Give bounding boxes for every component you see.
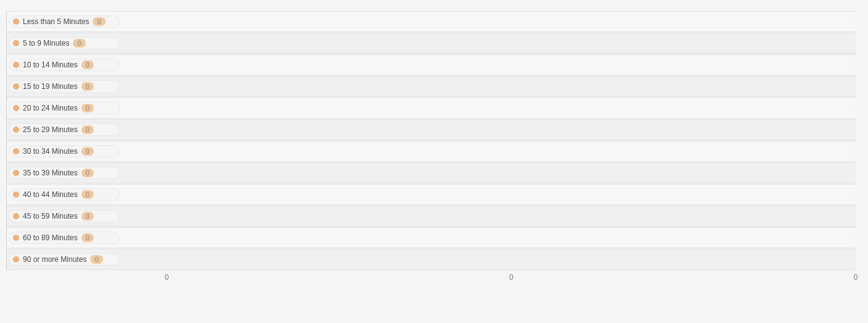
bar-value-badge: 0: [93, 17, 105, 26]
bar-label: 20 to 24 Minutes: [23, 104, 78, 112]
bar-label: 10 to 14 Minutes: [23, 61, 78, 69]
bar-value-badge: 0: [81, 82, 94, 91]
bar-label-pill: 35 to 39 Minutes0: [9, 167, 120, 179]
bar-track: [120, 120, 856, 140]
pill-dot: [13, 62, 19, 68]
bar-value-badge: 0: [81, 233, 94, 242]
bar-label-pill: 60 to 89 Minutes0: [9, 232, 120, 244]
pill-dot: [13, 105, 19, 111]
bar-label-pill: 5 to 9 Minutes0: [9, 37, 120, 49]
bar-track: [120, 33, 856, 53]
chart-container: Less than 5 Minutes05 to 9 Minutes010 to…: [0, 0, 868, 323]
bar-row: 25 to 29 Minutes0: [6, 119, 856, 140]
pill-dot: [13, 170, 19, 176]
pill-dot: [13, 213, 19, 219]
bar-track: [120, 98, 856, 118]
bar-label: 45 to 59 Minutes: [23, 212, 78, 220]
bar-value-badge: 0: [81, 61, 94, 69]
bar-track: [120, 250, 856, 269]
bar-track: [120, 185, 856, 204]
bar-track: [120, 228, 856, 248]
pill-dot: [13, 83, 19, 90]
bar-row: 5 to 9 Minutes0: [6, 33, 856, 54]
pill-dot: [13, 40, 19, 46]
pill-dot: [13, 235, 19, 241]
bar-value-badge: 0: [81, 104, 94, 112]
bar-row: 10 to 14 Minutes0: [6, 54, 856, 75]
bar-label-pill: 10 to 14 Minutes0: [9, 59, 120, 71]
x-tick: 0: [854, 273, 858, 282]
bar-label: 90 or more Minutes: [23, 255, 86, 264]
bar-row: 90 or more Minutes0: [6, 249, 856, 270]
bar-label: 25 to 29 Minutes: [23, 125, 78, 134]
bar-row: Less than 5 Minutes0: [6, 11, 856, 32]
x-tick: 0: [165, 273, 169, 282]
bar-label-pill: 15 to 19 Minutes0: [9, 80, 120, 93]
bar-label: 5 to 9 Minutes: [23, 39, 69, 48]
bar-value-badge: 0: [73, 39, 85, 48]
bar-value-badge: 0: [90, 255, 102, 264]
bar-track: [120, 12, 856, 31]
bar-row: 15 to 19 Minutes0: [6, 76, 856, 97]
pill-dot: [13, 256, 19, 262]
bar-row: 45 to 59 Minutes0: [6, 206, 856, 227]
bar-label-pill: 20 to 24 Minutes0: [9, 102, 120, 114]
bar-label-pill: 45 to 59 Minutes0: [9, 210, 120, 222]
bar-value-badge: 0: [81, 147, 94, 156]
pill-dot: [13, 148, 19, 154]
bar-track: [120, 55, 856, 75]
pill-dot: [13, 191, 19, 198]
bar-row: 40 to 44 Minutes0: [6, 184, 856, 205]
bar-label-pill: 40 to 44 Minutes0: [9, 188, 120, 201]
bar-label: 40 to 44 Minutes: [23, 190, 78, 199]
bar-label: 30 to 34 Minutes: [23, 147, 78, 156]
pill-dot: [13, 19, 19, 25]
bar-value-badge: 0: [81, 190, 94, 199]
bars-wrapper: Less than 5 Minutes05 to 9 Minutes010 to…: [6, 11, 856, 271]
bar-row: 30 to 34 Minutes0: [6, 141, 856, 162]
x-tick: 0: [509, 273, 514, 282]
bar-track: [120, 206, 856, 226]
bar-label-pill: Less than 5 Minutes0: [9, 15, 120, 28]
pill-dot: [13, 127, 19, 133]
chart-area: Less than 5 Minutes05 to 9 Minutes010 to…: [6, 11, 856, 269]
bar-label-pill: 30 to 34 Minutes0: [9, 145, 120, 157]
bar-value-badge: 0: [81, 125, 94, 134]
bar-value-badge: 0: [81, 169, 94, 177]
bar-row: 35 to 39 Minutes0: [6, 162, 856, 183]
bar-label-pill: 25 to 29 Minutes0: [9, 124, 120, 136]
bar-track: [120, 163, 856, 183]
bar-label: 60 to 89 Minutes: [23, 233, 78, 242]
bar-label: 15 to 19 Minutes: [23, 82, 78, 91]
bar-track: [120, 141, 856, 161]
bar-row: 20 to 24 Minutes0: [6, 98, 856, 119]
bar-label: Less than 5 Minutes: [23, 17, 89, 26]
bar-label-pill: 90 or more Minutes0: [9, 253, 120, 266]
bar-row: 60 to 89 Minutes0: [6, 227, 856, 248]
bar-value-badge: 0: [81, 212, 94, 220]
bar-track: [120, 77, 856, 96]
bar-label: 35 to 39 Minutes: [23, 169, 78, 177]
